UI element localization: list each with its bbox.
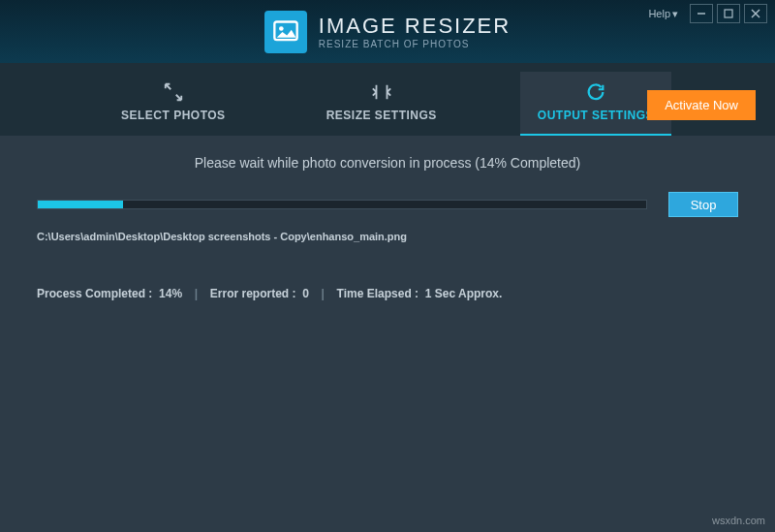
tab-label: OUTPUT SETTINGS — [538, 109, 654, 122]
time-elapsed-label: Time Elapsed : — [337, 287, 418, 300]
maximize-icon — [724, 9, 733, 18]
tab-select-photos[interactable]: SELECT PHOTOS — [104, 72, 243, 136]
stats-line: Process Completed : 14% | Error reported… — [37, 287, 738, 300]
chevron-down-icon: ▾ — [672, 8, 678, 20]
image-icon — [272, 18, 299, 46]
resize-width-icon — [371, 81, 392, 103]
app-title: IMAGE RESIZER — [319, 14, 511, 39]
separator: | — [191, 287, 201, 300]
app-tagline: RESIZE BATCH OF PHOTOS — [319, 39, 511, 49]
tab-resize-settings[interactable]: RESIZE SETTINGS — [309, 72, 454, 136]
close-icon — [751, 9, 760, 18]
svg-rect-1 — [725, 10, 732, 17]
maximize-button[interactable] — [717, 4, 740, 23]
current-file-path: C:\Users\admin\Desktop\Desktop screensho… — [37, 231, 738, 242]
stop-button[interactable]: Stop — [668, 192, 738, 217]
brand-text: IMAGE RESIZER RESIZE BATCH OF PHOTOS — [319, 14, 511, 49]
progress-row: Stop — [37, 192, 738, 217]
process-completed-value: 14% — [159, 287, 182, 300]
main-content: Please wait while photo conversion in pr… — [0, 136, 775, 300]
progress-bar — [37, 200, 647, 209]
tabs: SELECT PHOTOS RESIZE SETTINGS OUTPUT SET… — [104, 72, 671, 136]
refresh-icon — [585, 81, 606, 103]
separator: | — [318, 287, 327, 300]
title-bar: Help ▾ IMAGE RESIZER RESIZE BATCH OF PHO… — [0, 0, 775, 63]
expand-arrows-icon — [163, 81, 184, 103]
time-elapsed-value: 1 Sec Approx. — [425, 287, 503, 300]
error-reported-value: 0 — [302, 287, 309, 300]
minimize-button[interactable] — [690, 4, 713, 23]
progress-fill — [38, 201, 123, 208]
help-label: Help — [648, 8, 670, 19]
brand: IMAGE RESIZER RESIZE BATCH OF PHOTOS — [264, 11, 511, 53]
app-logo — [264, 11, 307, 53]
window-controls: Help ▾ — [648, 4, 767, 23]
svg-point-5 — [279, 26, 284, 31]
error-reported-label: Error reported : — [210, 287, 296, 300]
tab-label: SELECT PHOTOS — [121, 109, 226, 122]
process-completed-label: Process Completed : — [37, 287, 152, 300]
tab-label: RESIZE SETTINGS — [326, 109, 437, 122]
watermark: wsxdn.com — [712, 515, 765, 526]
minimize-icon — [697, 9, 706, 18]
activate-now-button[interactable]: Activate Now — [647, 90, 756, 120]
progress-status-text: Please wait while photo conversion in pr… — [37, 155, 738, 171]
close-button[interactable] — [744, 4, 767, 23]
tab-bar: SELECT PHOTOS RESIZE SETTINGS OUTPUT SET… — [0, 63, 775, 136]
help-menu[interactable]: Help ▾ — [648, 8, 678, 20]
